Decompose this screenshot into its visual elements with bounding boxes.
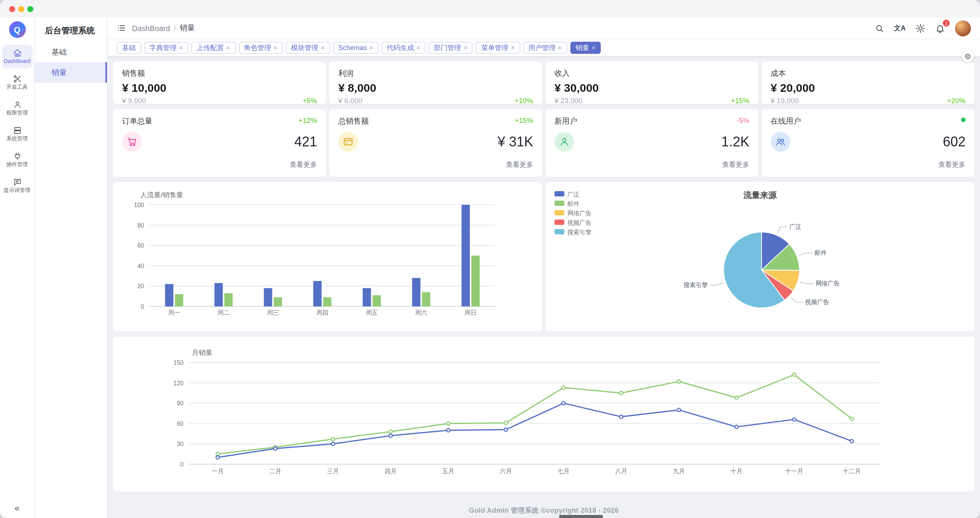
svg-text:网络广告: 网络广告 [567, 210, 592, 216]
svg-text:网络广告: 网络广告 [816, 280, 840, 287]
legend-item[interactable]: 网络广告 [554, 210, 592, 216]
bell-button[interactable]: 2 [935, 23, 945, 33]
submenu-item-0[interactable]: 基础 [35, 42, 107, 62]
view-more-link[interactable]: 查看更多 [771, 160, 966, 170]
tag-close-icon[interactable]: × [558, 44, 562, 51]
window-zoom-button[interactable] [27, 6, 33, 12]
tag-label: 上传配置 [197, 43, 224, 53]
sidebar-item-dev-tools[interactable]: 开发工具 [2, 70, 32, 94]
tag-item-9[interactable]: 用户管理× [523, 42, 567, 54]
dashboard-icon [13, 49, 22, 58]
tag-item-4[interactable]: 模块管理× [286, 42, 330, 54]
app-body: Q DashBoard开发工具权限管理系统管理插件管理提示词管理 « 后台管理系… [0, 17, 980, 518]
avatar[interactable] [955, 20, 971, 36]
tag-close-icon[interactable]: × [417, 44, 421, 51]
stat-card-value: ¥ 10,000 [122, 81, 317, 94]
line-chart-row: 月销量0306090120150一月二月三月四月五月六月七月八月九月十月十一月十… [113, 337, 975, 491]
tag-item-0[interactable]: 基础 [117, 42, 141, 54]
legend-item[interactable]: 邮件 [554, 200, 579, 207]
svg-text:周五: 周五 [366, 310, 378, 316]
sidebar-item-label: 开发工具 [6, 84, 28, 90]
stat-card-previous: ¥ 19,000 [771, 96, 799, 105]
svg-text:30: 30 [177, 441, 184, 447]
theme-icon [916, 23, 925, 33]
app-window: Q DashBoard开发工具权限管理系统管理插件管理提示词管理 « 后台管理系… [0, 0, 980, 518]
app-title: 后台管理系统 [35, 17, 107, 42]
legend-item[interactable]: 搜索引擎 [554, 229, 592, 235]
svg-text:七月: 七月 [557, 468, 570, 474]
metric-card-value: 1.2K [721, 134, 749, 150]
svg-text:十一月: 十一月 [785, 468, 803, 474]
metric-card-title: 新用户 [554, 116, 577, 127]
tag-item-1[interactable]: 字典管理× [144, 42, 188, 54]
tag-close-icon[interactable]: × [592, 44, 596, 51]
sidebar-item-plugin[interactable]: 插件管理 [2, 148, 32, 172]
stat-card-delta: +10% [515, 96, 533, 105]
legend-item[interactable]: 广泛 [554, 191, 579, 197]
tag-close-icon[interactable]: × [179, 44, 183, 51]
sidebar-item-label: 提示词管理 [4, 187, 30, 194]
view-more-link[interactable]: 查看更多 [554, 160, 749, 170]
view-more-link[interactable]: 查看更多 [122, 160, 317, 170]
tag-item-8[interactable]: 菜单管理× [476, 42, 520, 54]
tag-close-icon[interactable]: × [511, 44, 515, 51]
svg-text:人流量/销售量: 人流量/销售量 [140, 191, 183, 199]
search-button[interactable] [874, 23, 884, 33]
theme-button[interactable] [916, 23, 925, 33]
tag-item-3[interactable]: 角色管理× [239, 42, 283, 54]
stat-card-previous: ¥ 9,000 [122, 96, 146, 105]
svg-text:八月: 八月 [615, 468, 627, 474]
tag-item-5[interactable]: Schemas× [333, 42, 379, 54]
tag-label: 销量 [576, 43, 589, 53]
main-area: DashBoard/销量 文A2 基础字典管理×上传配置×角色管理×模块管理×S… [108, 17, 980, 518]
cart-icon [127, 137, 137, 147]
breadcrumb-item[interactable]: DashBoard [132, 24, 170, 32]
tag-close-icon[interactable]: × [226, 44, 231, 51]
app-logo-letter: Q [14, 25, 20, 34]
tag-label: Schemas [338, 44, 367, 52]
tag-item-6[interactable]: 代码生成× [382, 42, 426, 54]
credit-card-icon-bubble [338, 132, 358, 152]
metric-card-delta: +15% [515, 116, 533, 124]
legend-item[interactable]: 视频广告 [554, 219, 592, 226]
stat-card: 销售额¥ 10,000¥ 9,000+5% [113, 62, 326, 104]
breadcrumb-item[interactable]: 销量 [180, 23, 195, 33]
menu-toggle-icon[interactable] [117, 24, 126, 33]
stat-card-delta: +15% [731, 96, 749, 105]
view-more-link[interactable]: 查看更多 [338, 160, 533, 170]
pie-chart: 流量来源广泛邮件网络广告视频广告搜索引擎广泛邮件网络广告视频广告搜索引擎 [546, 182, 975, 331]
stat-card-value: ¥ 20,000 [771, 81, 966, 94]
tag-close-icon[interactable]: × [463, 44, 468, 51]
window-minimize-button[interactable] [18, 6, 24, 12]
sidebar-item-system[interactable]: 系统管理 [2, 122, 32, 146]
svg-text:十月: 十月 [730, 468, 743, 474]
submenu-item-1[interactable]: 销量 [35, 62, 107, 83]
translate-button[interactable]: 文A [894, 23, 906, 33]
window-close-button[interactable] [9, 6, 15, 12]
sidebar-item-label: 系统管理 [6, 136, 28, 142]
stat-card-delta: +20% [947, 96, 966, 105]
svg-text:四月: 四月 [385, 468, 397, 474]
collapse-sidebar-button[interactable]: « [0, 503, 34, 513]
permission-icon [13, 100, 22, 109]
sidebar-item-permission[interactable]: 权限管理 [2, 96, 32, 120]
tag-label: 菜单管理 [481, 43, 509, 53]
tag-item-2[interactable]: 上传配置× [191, 42, 236, 54]
settings-button[interactable]: ⚙ [962, 50, 974, 62]
sidebar-item-prompt[interactable]: 提示词管理 [2, 174, 32, 197]
notification-badge: 2 [943, 19, 950, 26]
tag-close-icon[interactable]: × [274, 44, 278, 51]
tag-close-icon[interactable]: × [321, 44, 325, 51]
app-logo[interactable]: Q [9, 21, 25, 38]
svg-text:六月: 六月 [500, 468, 512, 474]
svg-text:五月: 五月 [442, 468, 454, 474]
svg-text:视频广告: 视频广告 [567, 219, 592, 226]
sidebar-item-dashboard[interactable]: DashBoard [2, 45, 32, 68]
metric-card-delta: +12% [299, 116, 317, 124]
tag-item-7[interactable]: 部门管理× [429, 42, 473, 54]
primary-sidebar: Q DashBoard开发工具权限管理系统管理插件管理提示词管理 « [0, 17, 35, 518]
line-chart-card: 月销量0306090120150一月二月三月四月五月六月七月八月九月十月十一月十… [113, 337, 975, 491]
tag-item-10[interactable]: 销量× [570, 42, 601, 54]
svg-text:60: 60 [177, 421, 184, 427]
tag-close-icon[interactable]: × [369, 44, 373, 51]
